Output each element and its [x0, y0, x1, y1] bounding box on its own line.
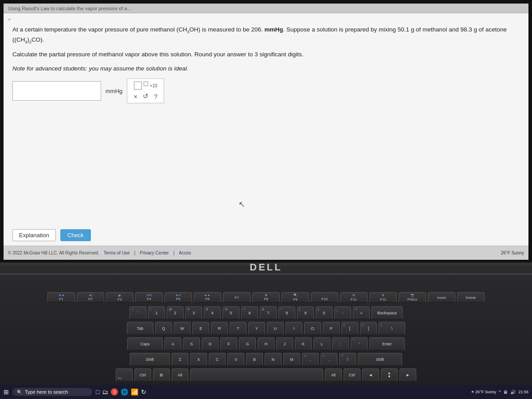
key-4[interactable]: $4 [204, 306, 221, 320]
windows-start[interactable]: ⊞ [4, 388, 9, 395]
key-f3[interactable]: 🔉 F3 [106, 292, 133, 303]
help-tool[interactable]: ? [154, 93, 157, 100]
collapse-button[interactable] [7, 15, 14, 23]
key-semicolon[interactable]: :; [332, 337, 349, 351]
key-ctrl-left[interactable]: Ctrl [134, 368, 151, 382]
key-f[interactable]: F [220, 337, 237, 351]
key-f8[interactable]: 🖥 F8 [252, 292, 280, 303]
key-f10[interactable]: ... F10 [311, 292, 338, 303]
key-k[interactable]: K [295, 337, 312, 351]
key-p[interactable]: P [323, 322, 340, 335]
key-backspace[interactable]: Backspace [372, 306, 403, 320]
key-x[interactable]: X [190, 353, 207, 366]
key-bracket-close[interactable]: }] [360, 322, 377, 335]
key-caps[interactable]: Caps [127, 337, 163, 351]
undo-tool[interactable]: ↺ [143, 92, 149, 100]
tray-arrow[interactable]: ^ [499, 390, 501, 394]
key-arrow-updown[interactable]: ▲ ▼ [381, 368, 398, 382]
key-slash[interactable]: ?/ [339, 353, 356, 366]
key-b[interactable]: B [246, 353, 263, 366]
key-q[interactable]: Q [155, 322, 172, 335]
key-f11[interactable]: ✿ F11 [340, 292, 368, 303]
fn-key-row: ◄◄ F1 ◄) F2 🔉 F3 144 F4 ►II F5 ►► F6 [66, 292, 466, 303]
terms-link[interactable]: Terms of Use [104, 250, 130, 255]
answer-input[interactable] [16, 88, 97, 94]
explanation-button[interactable]: Explanation [12, 229, 56, 241]
key-backslash[interactable]: |\ [379, 322, 405, 335]
key-c[interactable]: C [209, 353, 226, 366]
key-j[interactable]: J [276, 337, 293, 351]
key-f1[interactable]: ◄◄ F1 [47, 292, 75, 303]
key-equals[interactable]: += [353, 306, 370, 320]
key-f4[interactable]: 144 F4 [135, 292, 163, 303]
key-v[interactable]: V [227, 353, 244, 366]
key-f6[interactable]: ►► F6 [194, 292, 221, 303]
privacy-link[interactable]: Privacy Center [140, 250, 169, 255]
search-bar[interactable]: 🔍 Type here to search [12, 388, 92, 396]
key-e[interactable]: E [192, 322, 209, 335]
check-button[interactable]: Check [60, 229, 91, 241]
key-n[interactable]: N [265, 353, 282, 366]
key-o[interactable]: O [304, 322, 321, 335]
key-arrow-left[interactable]: ◄ [362, 368, 379, 382]
key-minus[interactable]: _- [334, 306, 351, 320]
key-z[interactable]: Z [172, 353, 188, 366]
key-r[interactable]: R [211, 322, 228, 335]
key-f12[interactable]: ✿ F12 [369, 292, 397, 303]
key-g[interactable]: G [239, 337, 256, 351]
key-quote[interactable]: "' [351, 337, 368, 351]
key-prtscr[interactable]: 📷 PrtScr [399, 292, 426, 303]
key-i[interactable]: I [286, 322, 302, 335]
taskview-icon[interactable]: □ [96, 388, 99, 395]
key-w[interactable]: W [174, 322, 191, 335]
wifi-icon[interactable]: 📶 [131, 388, 138, 395]
key-9[interactable]: (9 [297, 306, 314, 320]
key-l[interactable]: L [313, 337, 330, 351]
volume-icon[interactable]: 🔊 [510, 390, 516, 395]
key-fn[interactable]: Fn [116, 368, 133, 382]
key-h[interactable]: H [258, 337, 274, 351]
key-ctrl-right[interactable]: Ctrl [344, 368, 360, 382]
key-2[interactable]: @2 [167, 306, 184, 320]
key-t[interactable]: T [230, 322, 246, 335]
key-d[interactable]: D [202, 337, 219, 351]
key-delete[interactable]: Delete [457, 292, 485, 303]
chrome-icon[interactable]: 🌐 [121, 388, 128, 395]
key-a[interactable]: A [164, 337, 181, 351]
key-tab[interactable]: Tab [127, 322, 153, 335]
key-bracket-open[interactable]: {[ [341, 322, 358, 335]
key-m[interactable]: M [283, 353, 300, 366]
taskbar-apps: □ 🗂 3 🌐 📶 ↻ [96, 388, 146, 395]
key-tilde[interactable]: ~` [129, 306, 146, 320]
key-period[interactable]: >. [321, 353, 337, 366]
refresh-icon[interactable]: ↻ [141, 388, 146, 395]
key-f5[interactable]: ►II F5 [164, 292, 192, 303]
key-space[interactable] [190, 368, 323, 382]
key-8[interactable]: *8 [278, 306, 295, 320]
key-1[interactable]: !1 [148, 306, 165, 320]
key-7[interactable]: &7 [260, 306, 277, 320]
access-link[interactable]: Acces [179, 250, 191, 255]
key-f7[interactable]: F7 [223, 292, 250, 303]
key-win[interactable]: ⊞ [153, 368, 170, 382]
key-f2[interactable]: ◄) F2 [77, 292, 104, 303]
key-alt-left[interactable]: Alt [172, 368, 188, 382]
key-y[interactable]: Y [248, 322, 265, 335]
key-comma[interactable]: <, [302, 353, 319, 366]
key-u[interactable]: U [267, 322, 284, 335]
key-insert[interactable]: Insert [428, 292, 455, 303]
key-6[interactable]: ^6 [241, 306, 258, 320]
file-icon[interactable]: 🗂 [102, 388, 108, 395]
key-alt-right[interactable]: Alt [325, 368, 342, 382]
key-0[interactable]: )0 [316, 306, 332, 320]
key-arrow-right[interactable]: ► [399, 368, 416, 382]
key-shift-right[interactable]: Shift [358, 353, 402, 366]
key-5[interactable]: %5 [223, 306, 239, 320]
key-shift-left[interactable]: Shift [130, 353, 170, 366]
bottom-buttons: Explanation Check [12, 229, 91, 241]
cross-tool[interactable]: × [133, 93, 137, 100]
key-s[interactable]: S [183, 337, 200, 351]
key-3[interactable]: #3 [185, 306, 202, 320]
key-enter[interactable]: Enter [369, 337, 405, 351]
key-f9[interactable]: 🔍 F9 [282, 292, 309, 303]
